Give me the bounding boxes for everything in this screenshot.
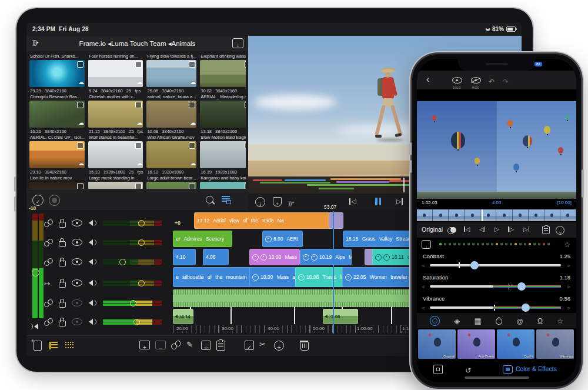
speaker-icon[interactable] [88, 258, 97, 265]
clip-thumbnail[interactable] [146, 60, 196, 87]
frame-fit-icon[interactable] [433, 365, 443, 374]
library-item[interactable]: Slow Motion Bald Eagle...16.19 1920x1080 [200, 134, 246, 174]
clip-thumbnail[interactable] [88, 60, 143, 87]
clip-thumbnail[interactable] [200, 60, 246, 87]
lock-icon[interactable] [59, 282, 66, 288]
lock-icon[interactable] [59, 261, 66, 266]
eye-icon[interactable] [72, 318, 82, 325]
link-icon[interactable] [44, 299, 53, 307]
preset-thumb[interactable]: Original [418, 329, 456, 359]
hide-toggle[interactable]: HIDE [469, 75, 483, 89]
preset-thumb[interactable]: Warm-up [536, 329, 574, 359]
preset-dot[interactable] [477, 243, 479, 245]
eye-icon[interactable] [72, 299, 82, 306]
select-checkbox[interactable] [77, 61, 83, 68]
preset-dot[interactable] [458, 243, 460, 245]
volume-knob[interactable] [133, 319, 140, 325]
library-item[interactable]: Chengdu Research Bas...16.26 3840x2160 [29, 93, 85, 134]
preset-dot[interactable] [524, 243, 526, 245]
clipboard-icon[interactable] [542, 226, 550, 234]
favorite-star-icon[interactable] [564, 239, 570, 249]
skip-end-button[interactable] [523, 226, 529, 232]
library-item[interactable]: Large adult brown bear... [146, 174, 196, 189]
sort-list-icon[interactable] [222, 196, 230, 203]
import-preset-icon[interactable] [422, 240, 431, 249]
slider-track[interactable] [430, 306, 561, 309]
select-checkbox[interactable] [77, 183, 83, 189]
preset-dot[interactable] [533, 243, 536, 245]
preset-dot[interactable] [449, 243, 451, 245]
eye-icon[interactable] [72, 219, 82, 226]
preset-dot-strip[interactable] [417, 238, 576, 252]
select-checkbox[interactable] [189, 183, 195, 189]
slider-thumb[interactable] [522, 304, 530, 312]
slider-decrement-icon[interactable]: ◃ [422, 262, 425, 268]
add-project-icon[interactable] [34, 341, 42, 351]
track-size-icon[interactable] [65, 342, 74, 349]
undo-icon[interactable] [489, 76, 495, 86]
select-checkbox[interactable] [189, 102, 195, 108]
step-back-button[interactable] [479, 226, 485, 232]
clip-thumbnail[interactable] [200, 182, 246, 189]
filmstrip-playhead[interactable] [482, 209, 483, 221]
select-checkbox[interactable] [189, 142, 195, 149]
clip-thumbnail[interactable] [29, 182, 85, 189]
clip-thumbnail[interactable] [146, 182, 196, 189]
speaker-icon[interactable] [88, 318, 97, 325]
track-meter[interactable] [103, 281, 162, 286]
track-meter[interactable] [103, 301, 162, 306]
clipboard-icon[interactable] [216, 341, 225, 351]
speaker-icon[interactable] [88, 299, 97, 306]
clip-thumbnail[interactable] [29, 141, 85, 168]
library-item[interactable]: AERIAL, CLOSE UP_ Gol...29.10 3840x2160 [29, 134, 85, 174]
library-item[interactable]: Large musk standing in... [88, 174, 143, 189]
preset-dot[interactable] [486, 243, 489, 245]
clip-thumbnail[interactable] [146, 101, 196, 128]
slider-track[interactable] [430, 285, 561, 288]
reset-icon[interactable] [465, 365, 471, 375]
slider-track[interactable] [430, 264, 561, 266]
link-icon[interactable] [44, 239, 53, 246]
master-volume-knob[interactable] [32, 269, 39, 276]
insert-clip-icon[interactable] [139, 341, 150, 349]
track-meter[interactable] [103, 319, 162, 325]
audition-icon[interactable] [288, 198, 294, 208]
info-icon[interactable] [255, 197, 265, 207]
preset-dot[interactable] [538, 243, 540, 245]
preset-dot[interactable] [463, 243, 465, 245]
volume-knob[interactable] [130, 300, 136, 306]
library-item[interactable]: School Of Fish, Sharks...29.29 3840x2160 [29, 52, 85, 93]
lock-icon[interactable] [59, 222, 66, 228]
eye-icon[interactable] [72, 239, 82, 246]
preset-dot[interactable] [453, 243, 456, 245]
slider-increment-icon[interactable]: ▹ [567, 284, 570, 289]
preset-dot[interactable] [482, 243, 484, 245]
previous-clip-button[interactable] [349, 198, 356, 205]
back-chevron-icon[interactable] [426, 74, 429, 85]
tab-3d-lut-icon[interactable] [454, 315, 460, 326]
clip-thumbnail[interactable] [200, 101, 246, 128]
edit-pencil-icon[interactable] [186, 339, 193, 349]
select-checkbox[interactable] [245, 102, 246, 108]
track-meter[interactable] [103, 221, 162, 226]
select-checkbox[interactable] [77, 142, 83, 149]
preset-dot[interactable] [439, 243, 442, 245]
add-icon[interactable] [274, 341, 284, 351]
slider-thumb[interactable] [517, 282, 526, 291]
minimap-playhead[interactable] [403, 178, 405, 192]
preset-dot[interactable] [500, 243, 503, 245]
preset-dot[interactable] [444, 243, 446, 245]
search-icon[interactable] [206, 196, 213, 204]
eye-icon[interactable] [72, 258, 82, 265]
lock-icon[interactable] [59, 241, 66, 247]
multi-select-icon[interactable] [32, 195, 44, 206]
clip-thumbnail[interactable] [88, 182, 143, 189]
step-forward-button[interactable] [508, 226, 514, 232]
select-checkbox[interactable] [135, 183, 142, 189]
track-meter[interactable] [103, 240, 162, 245]
clip-thumbnail[interactable] [200, 141, 246, 168]
clip-thumbnail[interactable] [29, 60, 85, 87]
iphone-home-indicator[interactable] [465, 376, 529, 379]
select-checkbox[interactable] [189, 61, 195, 68]
slider-decrement-icon[interactable]: ◃ [422, 305, 425, 311]
